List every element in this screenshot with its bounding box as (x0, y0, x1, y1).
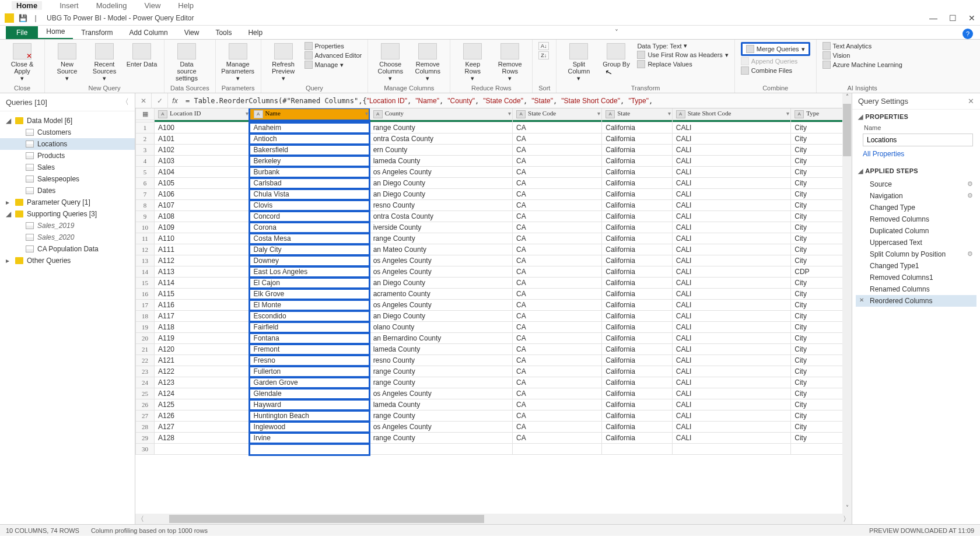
table-row[interactable]: 27A126Huntington Beachrange CountyCACali… (136, 410, 852, 422)
table-cell[interactable]: CA (513, 200, 602, 211)
applied-step[interactable]: Changed Type (856, 202, 977, 213)
table-cell[interactable]: A113 (155, 266, 250, 278)
table-cell[interactable]: CA (513, 422, 602, 433)
table-cell[interactable]: California (602, 211, 673, 222)
table-cell[interactable]: El Monte (250, 300, 369, 311)
all-properties-link[interactable]: All Properties (852, 150, 980, 164)
table-cell[interactable]: Corona (250, 222, 369, 233)
scroll-thumb-h[interactable] (169, 515, 484, 523)
tab-add-column[interactable]: Add Column (121, 26, 176, 39)
table-row[interactable]: 24A123Garden Groverange CountyCACaliforn… (136, 377, 852, 388)
table-cell[interactable]: CALI (672, 278, 790, 289)
table-cell[interactable]: California (602, 399, 673, 410)
table-row[interactable]: 17A116El Monteos Angeles CountyCACalifor… (136, 300, 852, 311)
table-cell[interactable]: CALI (672, 410, 790, 422)
group-by-button[interactable]: Group By (600, 42, 632, 68)
column-header[interactable]: AState Short Code▾ (672, 108, 790, 120)
applied-step[interactable]: Duplicated Column (856, 225, 977, 237)
table-cell[interactable]: CA (513, 255, 602, 266)
new-source-button[interactable]: New Source▾ (51, 42, 83, 82)
table-row[interactable]: 4A103Berkeleylameda CountyCACaliforniaCA… (136, 156, 852, 167)
table-cell[interactable]: CALI (672, 344, 790, 355)
window-maximize-button[interactable]: ☐ (949, 13, 957, 23)
table-row[interactable]: 2A101Antiochontra Costa CountyCACaliforn… (136, 134, 852, 145)
table-cell[interactable]: A102 (155, 145, 250, 156)
table-row[interactable]: 25A124Glendaleos Angeles CountyCACalifor… (136, 388, 852, 399)
query-item[interactable]: Sales (0, 162, 135, 173)
applied-steps-section[interactable]: ◢APPLIED STEPS (852, 164, 980, 178)
table-cell[interactable]: Clovis (250, 200, 369, 211)
table-cell[interactable]: Fullerton (250, 366, 369, 377)
query-item[interactable]: Salespeoples (0, 173, 135, 185)
table-cell[interactable]: CALI (672, 222, 790, 233)
table-cell[interactable]: range County (369, 377, 512, 388)
table-cell[interactable]: A105 (155, 178, 250, 189)
table-cell[interactable]: A101 (155, 134, 250, 145)
data-type-dropdown[interactable]: Data Type: Text ▾ (637, 42, 728, 50)
table-cell[interactable]: resno County (369, 200, 512, 211)
table-cell[interactable]: A109 (155, 222, 250, 233)
table-cell[interactable]: California (602, 200, 673, 211)
table-cell[interactable]: CALI (672, 377, 790, 388)
table-row[interactable]: 29A128Irvinerange CountyCACaliforniaCALI… (136, 433, 852, 444)
scroll-left-icon[interactable]: 〈 (135, 514, 146, 524)
table-cell[interactable]: CA (513, 410, 602, 422)
properties-section[interactable]: ◢PROPERTIES (852, 110, 980, 124)
table-cell[interactable]: CALI (672, 134, 790, 145)
formula-cancel-icon[interactable]: ✕ (135, 93, 152, 108)
formula-input[interactable]: = Table.ReorderColumns(#"Renamed Columns… (182, 97, 838, 105)
text-analytics-button[interactable]: Text Analytics (822, 42, 902, 50)
table-row[interactable]: 7A106Chula Vistaan Diego CountyCACalifor… (136, 189, 852, 200)
table-cell[interactable]: ontra Costa County (369, 211, 512, 222)
data-source-settings-button[interactable]: Data source settings (170, 42, 203, 82)
table-cell[interactable]: California (602, 344, 673, 355)
table-cell[interactable]: CA (513, 355, 602, 366)
table-cell[interactable]: California (602, 266, 673, 278)
table-cell[interactable]: CALI (672, 366, 790, 377)
applied-step[interactable]: Reordered Columns (856, 295, 977, 307)
host-tab-insert[interactable]: Insert (60, 1, 79, 10)
table-row[interactable]: 11A110Costa Mesarange CountyCACalifornia… (136, 233, 852, 244)
table-cell[interactable]: CA (513, 289, 602, 300)
table-cell[interactable]: ontra Costa County (369, 134, 512, 145)
table-cell[interactable]: A118 (155, 322, 250, 333)
applied-step[interactable]: Removed Columns1 (856, 272, 977, 283)
table-cell[interactable]: Downey (250, 255, 369, 266)
table-row[interactable]: 28A127Inglewoodos Angeles CountyCACalifo… (136, 422, 852, 433)
table-cell[interactable]: A114 (155, 278, 250, 289)
vision-button[interactable]: Vision (822, 51, 902, 59)
choose-columns-button[interactable]: Choose Columns▾ (374, 42, 407, 82)
table-cell[interactable]: an Mateo County (369, 244, 512, 255)
query-item[interactable]: Products (0, 150, 135, 162)
applied-step[interactable]: Removed Columns (856, 213, 977, 225)
table-cell[interactable]: A116 (155, 300, 250, 311)
table-cell[interactable]: A100 (155, 122, 250, 134)
table-cell[interactable]: CA (513, 333, 602, 344)
table-cell[interactable]: CA (513, 399, 602, 410)
merge-queries-button[interactable]: Merge Queries ▾ (741, 42, 810, 56)
manage-button[interactable]: Manage ▾ (304, 61, 362, 69)
table-cell[interactable]: Fremont (250, 344, 369, 355)
table-cell[interactable]: CALI (672, 289, 790, 300)
remove-rows-button[interactable]: Remove Rows▾ (494, 42, 526, 82)
table-cell[interactable]: Daly City (250, 244, 369, 255)
tab-help[interactable]: Help (240, 26, 271, 39)
tab-file[interactable]: File (6, 26, 38, 39)
table-cell[interactable]: California (602, 222, 673, 233)
table-cell[interactable]: Carlsbad (250, 178, 369, 189)
table-cell[interactable]: CALI (672, 122, 790, 134)
tab-tools[interactable]: Tools (207, 26, 240, 39)
applied-step[interactable]: Split Column by Position⚙ (856, 248, 977, 260)
table-row[interactable]: 14A113East Los Angelesos Angeles CountyC… (136, 266, 852, 278)
table-cell[interactable]: CA (513, 278, 602, 289)
table-row[interactable]: 8A107Clovisresno CountyCACaliforniaCALIC… (136, 200, 852, 211)
azure-ml-button[interactable]: Azure Machine Learning (822, 61, 902, 69)
table-row[interactable]: 13A112Downeyos Angeles CountyCACaliforni… (136, 255, 852, 266)
table-cell[interactable]: CALI (672, 255, 790, 266)
table-row[interactable]: 6A105Carlsbadan Diego CountyCACalifornia… (136, 178, 852, 189)
table-cell[interactable]: CA (513, 377, 602, 388)
table-cell[interactable]: A119 (155, 333, 250, 344)
table-row[interactable]: 26A125Haywardlameda CountyCACaliforniaCA… (136, 399, 852, 410)
table-cell[interactable]: El Cajon (250, 278, 369, 289)
table-cell[interactable]: range County (369, 410, 512, 422)
